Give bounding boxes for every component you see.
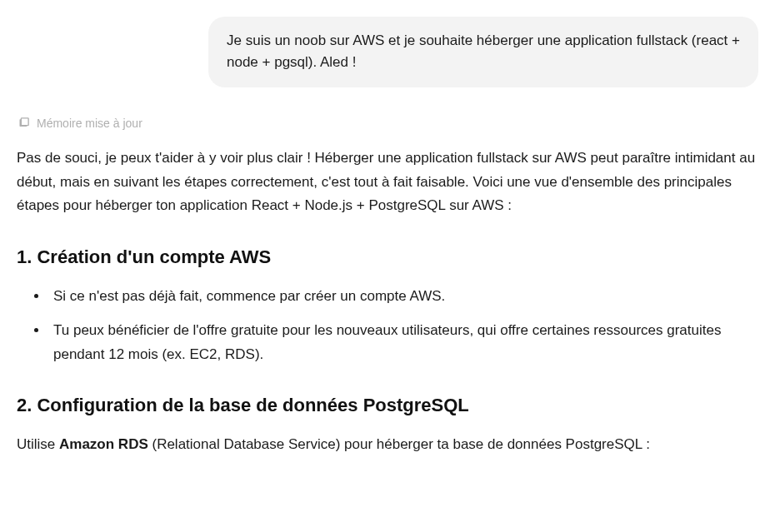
section2-suffix: (Relational Database Service) pour héber… [148, 436, 650, 452]
svg-rect-1 [21, 118, 28, 126]
chat-container: Je suis un noob sur AWS et je souhaite h… [0, 0, 775, 457]
section-2-paragraph: Utilise Amazon RDS (Relational Database … [17, 433, 758, 457]
section2-bold: Amazon RDS [59, 436, 148, 452]
user-message-text: Je suis un noob sur AWS et je souhaite h… [227, 32, 740, 70]
assistant-intro: Pas de souci, je peux t'aider à y voir p… [17, 147, 758, 219]
section2-prefix: Utilise [17, 436, 59, 452]
list-item: Tu peux bénéficier de l'offre gratuite p… [48, 319, 758, 367]
list-item: Si ce n'est pas déjà fait, commence par … [48, 285, 758, 309]
memory-icon [17, 117, 30, 130]
section-heading-2: 2. Configuration de la base de données P… [17, 390, 758, 420]
assistant-message: Pas de souci, je peux t'aider à y voir p… [17, 147, 758, 457]
user-message-row: Je suis un noob sur AWS et je souhaite h… [17, 17, 758, 87]
section-heading-1: 1. Création d'un compte AWS [17, 241, 758, 272]
section-1-list: Si ce n'est pas déjà fait, commence par … [17, 285, 758, 367]
memory-updated-label: Mémoire mise à jour [37, 117, 142, 130]
user-message-bubble[interactable]: Je suis un noob sur AWS et je souhaite h… [208, 17, 758, 87]
memory-updated-row[interactable]: Mémoire mise à jour [17, 117, 758, 130]
